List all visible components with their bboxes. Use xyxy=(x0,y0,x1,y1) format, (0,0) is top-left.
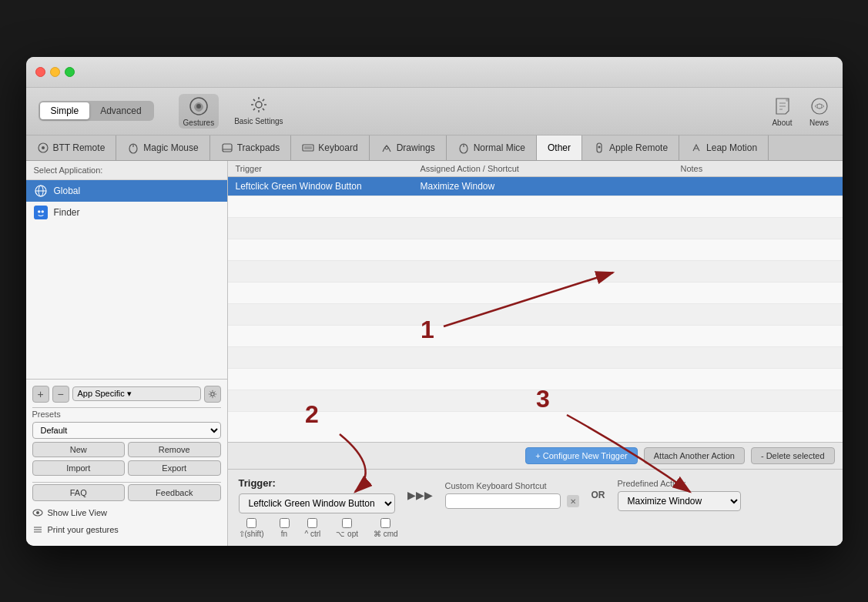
tab-btt-remote[interactable]: BTT Remote xyxy=(26,135,117,160)
trigger-select[interactable]: Leftclick Green Window Button xyxy=(239,493,395,513)
tab-other[interactable]: Other xyxy=(537,135,582,160)
empty-row-10 xyxy=(228,390,843,412)
basic-settings-icon-item[interactable]: Basic Settings xyxy=(234,94,283,129)
tab-apple-remote[interactable]: Apple Remote xyxy=(582,135,679,160)
ctrl-label: ^ ctrl xyxy=(305,530,321,538)
tab-normal-mice[interactable]: Normal Mice xyxy=(447,135,537,160)
empty-rows xyxy=(228,196,843,412)
advanced-button[interactable]: Advanced xyxy=(89,102,152,119)
finder-icon xyxy=(34,206,48,219)
presets-select-row: Default xyxy=(32,422,221,439)
feedback-button[interactable]: Feedback xyxy=(128,484,221,501)
toolbar: Simple Advanced Gestures Basic Settings xyxy=(26,88,843,135)
table-header: Trigger Assigned Action / Shortcut Notes xyxy=(228,161,843,177)
presets-section: Presets Default New Remove Import Export xyxy=(32,410,221,476)
show-live-view-row[interactable]: Show Live View xyxy=(32,506,221,520)
trackpad-icon xyxy=(221,142,233,154)
sidebar: Select Application: Global xyxy=(26,161,228,546)
cell-action: Maximize Window xyxy=(421,181,681,192)
faq-button[interactable]: FAQ xyxy=(32,484,126,501)
ctrl-checkbox[interactable] xyxy=(307,518,317,528)
about-icon-item[interactable]: About xyxy=(772,95,793,127)
show-live-view-label: Show Live View xyxy=(48,508,107,517)
sidebar-item-finder[interactable]: Finder xyxy=(26,202,227,223)
close-button[interactable] xyxy=(35,67,45,77)
modifier-ctrl: ^ ctrl xyxy=(305,518,321,538)
tab-trackpads[interactable]: Trackpads xyxy=(210,135,292,160)
tab-drawings[interactable]: Drawings xyxy=(370,135,447,160)
remove-app-button[interactable]: − xyxy=(52,386,69,403)
export-preset-button[interactable]: Export xyxy=(128,460,221,476)
eye-icon xyxy=(32,507,43,518)
shortcut-input[interactable] xyxy=(445,493,561,509)
app-specific-select[interactable]: App Specific ▾ xyxy=(72,386,201,401)
tab-magic-mouse[interactable]: Magic Mouse xyxy=(116,135,209,160)
news-label: News xyxy=(809,119,829,127)
empty-row-4 xyxy=(228,261,843,283)
predefined-label: Predefined Action: xyxy=(618,479,741,488)
modifier-row: ⇧(shift) fn ^ ctrl ⌥ opt xyxy=(239,518,832,538)
content-area: Trigger Assigned Action / Shortcut Notes… xyxy=(228,161,843,546)
cmd-checkbox[interactable] xyxy=(380,518,390,528)
toolbar-right: About News xyxy=(772,95,830,127)
opt-checkbox[interactable] xyxy=(342,518,352,528)
svg-point-15 xyxy=(385,146,388,149)
traffic-lights xyxy=(35,67,75,77)
import-preset-button[interactable]: Import xyxy=(32,460,126,476)
modifier-fn: fn xyxy=(280,518,290,538)
global-icon xyxy=(34,184,48,198)
trigger-label: Trigger: xyxy=(239,477,395,489)
sidebar-item-global[interactable]: Global xyxy=(26,180,227,202)
new-preset-button[interactable]: New xyxy=(32,442,126,457)
leap-motion-icon xyxy=(690,142,702,154)
titlebar xyxy=(26,57,843,88)
empty-row-8 xyxy=(228,347,843,369)
empty-row-6 xyxy=(228,304,843,326)
shift-checkbox[interactable] xyxy=(246,518,256,528)
print-gestures-label: Print your gestures xyxy=(48,525,119,534)
presets-dropdown[interactable]: Default xyxy=(32,422,221,439)
svg-point-4 xyxy=(812,99,827,114)
trigger-panel: Trigger: Leftclick Green Window Button ▶… xyxy=(228,469,843,546)
print-row[interactable]: Print your gestures xyxy=(32,523,221,537)
minimize-button[interactable] xyxy=(50,67,60,77)
remove-preset-button[interactable]: Remove xyxy=(128,442,221,457)
gear-icon xyxy=(208,390,217,399)
add-app-button[interactable]: + xyxy=(32,386,49,403)
fn-label: fn xyxy=(281,530,287,538)
normal-mice-icon xyxy=(457,142,470,154)
btt-remote-icon xyxy=(37,142,49,154)
clear-shortcut-button[interactable]: ✕ xyxy=(567,495,579,507)
configure-trigger-button[interactable]: + Configure New Trigger xyxy=(525,447,638,464)
gestures-icon xyxy=(188,95,209,117)
delete-selected-button[interactable]: - Delete selected xyxy=(751,447,835,464)
gestures-icon-item[interactable]: Gestures xyxy=(179,94,220,129)
magic-mouse-icon xyxy=(127,142,139,154)
keyboard-icon xyxy=(302,142,314,154)
col-notes-header: Notes xyxy=(681,164,835,173)
svg-rect-12 xyxy=(303,145,313,151)
shift-label: ⇧(shift) xyxy=(239,530,264,538)
trigger-row: Trigger: Leftclick Green Window Button ▶… xyxy=(239,477,832,513)
play-button[interactable]: ▶▶▶ xyxy=(407,489,433,501)
svg-point-2 xyxy=(256,102,262,108)
sidebar-bottom: + − App Specific ▾ Presets xyxy=(26,379,227,546)
tab-leap-motion[interactable]: Leap Motion xyxy=(679,135,769,160)
bottom-btns: FAQ Feedback xyxy=(32,484,221,501)
preset-buttons: New Remove Import Export xyxy=(32,442,221,476)
maximize-button[interactable] xyxy=(65,67,75,77)
news-icon-item[interactable]: News xyxy=(809,95,830,127)
toolbar-icons: Gestures Basic Settings xyxy=(179,94,283,129)
gear-button[interactable] xyxy=(204,386,221,403)
attach-action-button[interactable]: Attach Another Action xyxy=(644,447,745,464)
fn-checkbox[interactable] xyxy=(280,518,290,528)
col-action-header: Assigned Action / Shortcut xyxy=(421,164,681,173)
tab-keyboard[interactable]: Keyboard xyxy=(291,135,369,160)
svg-point-26 xyxy=(41,210,43,212)
predefined-select[interactable]: Maximize Window xyxy=(618,491,741,511)
empty-row-1 xyxy=(228,196,843,218)
main-content: Select Application: Global xyxy=(26,161,843,546)
table-body: Leftclick Green Window Button Maximize W… xyxy=(228,177,843,442)
simple-button[interactable]: Simple xyxy=(40,102,90,119)
table-row[interactable]: Leftclick Green Window Button Maximize W… xyxy=(228,177,843,196)
